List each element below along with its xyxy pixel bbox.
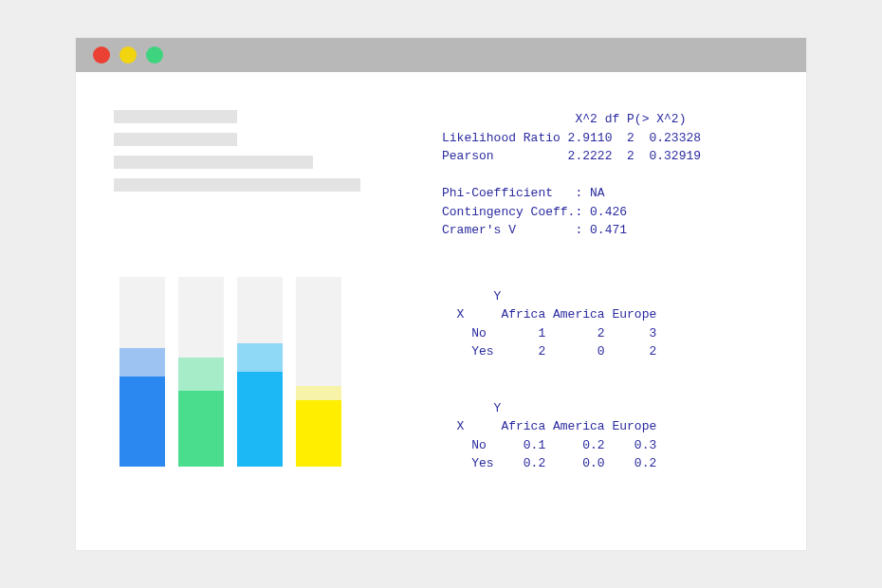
counts-table-y: Y [442,287,778,306]
props-table-row-no: No 0.1 0.2 0.3 [442,436,778,455]
bar-1-segment-2 [119,377,165,467]
bar-1-segment-1 [119,348,165,377]
counts-table-header: X Africa America Europe [442,305,778,324]
bar-chart [114,267,432,467]
bar-2 [178,277,224,467]
skeleton-line-2 [114,133,237,146]
props-table-y: Y [442,399,778,418]
skeleton-line-4 [114,178,360,192]
contingency-coeff: Contingency Coeff.: 0.426 [442,203,778,222]
counts-table-row-yes: Yes 2 0 2 [442,342,778,361]
cramers-v: Cramer's V : 0.471 [442,221,778,240]
counts-table-row-no: No 1 2 3 [442,324,778,343]
content-area: X^2 df P(> X^2) Likelihood Ratio 2.9110 … [76,72,806,550]
app-window: X^2 df P(> X^2) Likelihood Ratio 2.9110 … [76,38,806,550]
bar-4-segment-1 [296,386,341,400]
minimize-icon[interactable] [119,46,137,64]
bar-1 [119,277,165,467]
bar-4-segment-2 [296,400,341,467]
props-table-row-yes: Yes 0.2 0.0 0.2 [442,454,778,473]
bar-3-segment-1 [237,343,283,372]
bar-4 [296,277,341,467]
bar-2-segment-1 [178,358,224,391]
zoom-icon[interactable] [146,46,163,64]
left-panel [114,110,432,522]
close-icon[interactable] [93,46,110,64]
skeleton-line-1 [114,110,237,123]
phi-coefficient: Phi-Coefficient : NA [442,184,778,203]
bar-3 [237,277,283,467]
skeleton-line-3 [114,156,313,169]
props-table-header: X Africa America Europe [442,417,778,436]
likelihood-ratio-row: Likelihood Ratio 2.9110 2 0.23328 [442,129,778,148]
bar-2-segment-2 [178,391,224,467]
chi-square-header: X^2 df P(> X^2) [442,110,778,129]
titlebar [76,38,806,72]
text-placeholder [114,110,432,192]
blank [442,166,778,185]
pearson-row: Pearson 2.2222 2 0.32919 [442,147,778,166]
stats-panel: X^2 df P(> X^2) Likelihood Ratio 2.9110 … [432,110,778,522]
bar-3-segment-2 [237,372,283,467]
